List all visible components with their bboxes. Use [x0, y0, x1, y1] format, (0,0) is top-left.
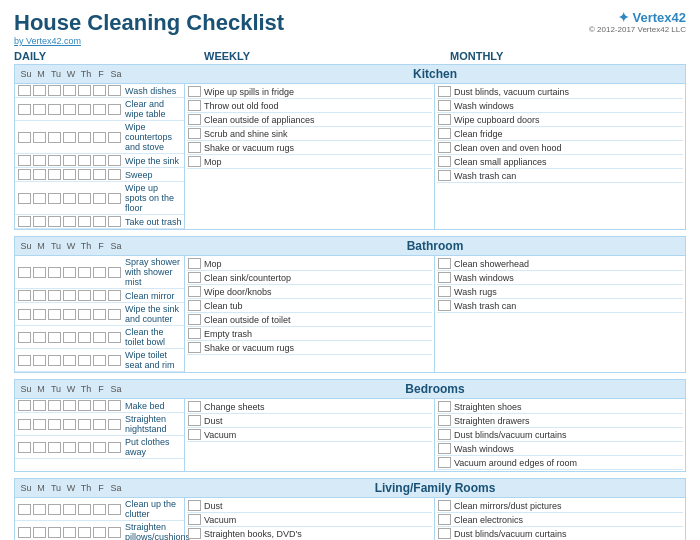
- daily-checkbox[interactable]: [48, 85, 61, 96]
- monthly-checkbox[interactable]: [438, 514, 451, 525]
- daily-checkbox[interactable]: [33, 193, 46, 204]
- weekly-checkbox[interactable]: [188, 528, 201, 539]
- daily-checkbox[interactable]: [108, 419, 121, 430]
- daily-checkbox[interactable]: [93, 309, 106, 320]
- weekly-checkbox[interactable]: [188, 142, 201, 153]
- daily-checkbox[interactable]: [18, 155, 31, 166]
- daily-checkbox[interactable]: [78, 267, 91, 278]
- monthly-checkbox[interactable]: [438, 258, 451, 269]
- daily-checkbox[interactable]: [48, 169, 61, 180]
- daily-checkbox[interactable]: [63, 132, 76, 143]
- daily-checkbox[interactable]: [18, 290, 31, 301]
- weekly-checkbox[interactable]: [188, 272, 201, 283]
- daily-checkbox[interactable]: [108, 193, 121, 204]
- daily-checkbox[interactable]: [63, 527, 76, 538]
- weekly-checkbox[interactable]: [188, 286, 201, 297]
- daily-checkbox[interactable]: [18, 216, 31, 227]
- monthly-checkbox[interactable]: [438, 86, 451, 97]
- monthly-checkbox[interactable]: [438, 114, 451, 125]
- daily-checkbox[interactable]: [18, 419, 31, 430]
- daily-checkbox[interactable]: [18, 193, 31, 204]
- daily-checkbox[interactable]: [33, 504, 46, 515]
- daily-checkbox[interactable]: [33, 290, 46, 301]
- daily-checkbox[interactable]: [78, 290, 91, 301]
- weekly-checkbox[interactable]: [188, 314, 201, 325]
- daily-checkbox[interactable]: [48, 193, 61, 204]
- daily-checkbox[interactable]: [108, 85, 121, 96]
- monthly-checkbox[interactable]: [438, 272, 451, 283]
- daily-checkbox[interactable]: [63, 155, 76, 166]
- weekly-checkbox[interactable]: [188, 342, 201, 353]
- daily-checkbox[interactable]: [108, 442, 121, 453]
- daily-checkbox[interactable]: [48, 332, 61, 343]
- monthly-checkbox[interactable]: [438, 443, 451, 454]
- daily-checkbox[interactable]: [93, 527, 106, 538]
- daily-checkbox[interactable]: [63, 85, 76, 96]
- daily-checkbox[interactable]: [48, 155, 61, 166]
- daily-checkbox[interactable]: [48, 355, 61, 366]
- daily-checkbox[interactable]: [63, 193, 76, 204]
- daily-checkbox[interactable]: [93, 169, 106, 180]
- daily-checkbox[interactable]: [18, 332, 31, 343]
- daily-checkbox[interactable]: [48, 400, 61, 411]
- daily-checkbox[interactable]: [18, 309, 31, 320]
- daily-checkbox[interactable]: [108, 355, 121, 366]
- weekly-checkbox[interactable]: [188, 500, 201, 511]
- daily-checkbox[interactable]: [63, 267, 76, 278]
- daily-checkbox[interactable]: [48, 504, 61, 515]
- daily-checkbox[interactable]: [93, 267, 106, 278]
- daily-checkbox[interactable]: [48, 309, 61, 320]
- daily-checkbox[interactable]: [78, 132, 91, 143]
- daily-checkbox[interactable]: [33, 169, 46, 180]
- daily-checkbox[interactable]: [33, 400, 46, 411]
- daily-checkbox[interactable]: [63, 309, 76, 320]
- daily-checkbox[interactable]: [18, 355, 31, 366]
- monthly-checkbox[interactable]: [438, 142, 451, 153]
- daily-checkbox[interactable]: [78, 309, 91, 320]
- monthly-checkbox[interactable]: [438, 528, 451, 539]
- monthly-checkbox[interactable]: [438, 100, 451, 111]
- monthly-checkbox[interactable]: [438, 415, 451, 426]
- daily-checkbox[interactable]: [48, 132, 61, 143]
- daily-checkbox[interactable]: [108, 104, 121, 115]
- daily-checkbox[interactable]: [18, 132, 31, 143]
- daily-checkbox[interactable]: [33, 85, 46, 96]
- daily-checkbox[interactable]: [93, 504, 106, 515]
- daily-checkbox[interactable]: [93, 155, 106, 166]
- daily-checkbox[interactable]: [33, 155, 46, 166]
- daily-checkbox[interactable]: [93, 132, 106, 143]
- weekly-checkbox[interactable]: [188, 86, 201, 97]
- daily-checkbox[interactable]: [93, 290, 106, 301]
- daily-checkbox[interactable]: [33, 332, 46, 343]
- daily-checkbox[interactable]: [93, 216, 106, 227]
- weekly-checkbox[interactable]: [188, 156, 201, 167]
- daily-checkbox[interactable]: [108, 309, 121, 320]
- daily-checkbox[interactable]: [33, 267, 46, 278]
- daily-checkbox[interactable]: [63, 104, 76, 115]
- daily-checkbox[interactable]: [63, 400, 76, 411]
- daily-checkbox[interactable]: [63, 355, 76, 366]
- daily-checkbox[interactable]: [48, 290, 61, 301]
- daily-checkbox[interactable]: [33, 419, 46, 430]
- daily-checkbox[interactable]: [18, 169, 31, 180]
- daily-checkbox[interactable]: [78, 355, 91, 366]
- daily-checkbox[interactable]: [93, 104, 106, 115]
- daily-checkbox[interactable]: [18, 504, 31, 515]
- monthly-checkbox[interactable]: [438, 457, 451, 468]
- daily-checkbox[interactable]: [93, 85, 106, 96]
- daily-checkbox[interactable]: [33, 216, 46, 227]
- daily-checkbox[interactable]: [78, 193, 91, 204]
- daily-checkbox[interactable]: [93, 355, 106, 366]
- monthly-checkbox[interactable]: [438, 429, 451, 440]
- weekly-checkbox[interactable]: [188, 100, 201, 111]
- daily-checkbox[interactable]: [33, 309, 46, 320]
- daily-checkbox[interactable]: [48, 216, 61, 227]
- daily-checkbox[interactable]: [18, 527, 31, 538]
- monthly-checkbox[interactable]: [438, 500, 451, 511]
- weekly-checkbox[interactable]: [188, 300, 201, 311]
- daily-checkbox[interactable]: [33, 442, 46, 453]
- daily-checkbox[interactable]: [48, 419, 61, 430]
- daily-checkbox[interactable]: [108, 155, 121, 166]
- monthly-checkbox[interactable]: [438, 300, 451, 311]
- daily-checkbox[interactable]: [108, 216, 121, 227]
